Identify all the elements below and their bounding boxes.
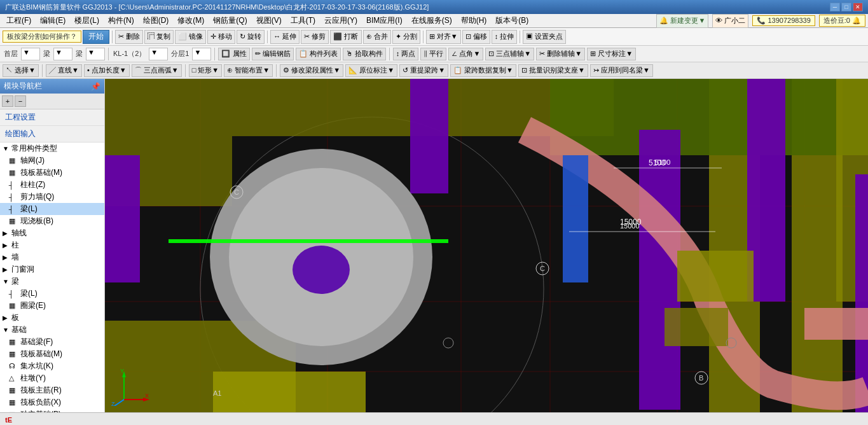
tree-shear-wall[interactable]: ┤ 剪力墙(Q): [0, 191, 104, 203]
delete-aux-button[interactable]: ✂ 删除辅轴▼: [536, 48, 585, 60]
tree-column-category[interactable]: ▶ 柱: [0, 239, 104, 251]
tree-ring-beam[interactable]: ▦ 圈梁(E): [0, 300, 104, 312]
layer-dropdown[interactable]: ▼: [192, 48, 211, 60]
menu-help[interactable]: 帮助(H): [457, 14, 491, 27]
apply-same-name-button[interactable]: ↣ 应用到同名梁▼: [590, 64, 653, 77]
tree-isolated-fnd[interactable]: ▦ 独立基础(P): [0, 408, 104, 412]
project-settings-link[interactable]: 工程设置: [0, 109, 104, 126]
scene-number-5100: 5100: [649, 158, 666, 167]
menu-gang-jin[interactable]: 钢筋量(Q): [209, 14, 251, 27]
tree-beam-l[interactable]: ┤ 梁(L): [0, 288, 104, 300]
tree-raft-main-rebar[interactable]: ▦ 筏板主筋(R): [0, 384, 104, 396]
maximize-button[interactable]: □: [841, 3, 851, 11]
member-type-dropdown[interactable]: ▼: [86, 48, 105, 60]
tree-beam-category[interactable]: ▼ 梁: [0, 275, 104, 288]
tree-slab-category[interactable]: ▶ 板: [0, 312, 104, 324]
start-button[interactable]: 开始: [83, 30, 109, 44]
member-category-dropdown[interactable]: ▼: [53, 48, 72, 60]
drawing-input-link[interactable]: 绘图输入: [0, 126, 104, 143]
kl-dropdown[interactable]: ▼: [149, 48, 168, 60]
stretch-button[interactable]: ↕ 拉伸: [492, 30, 518, 44]
mirror-button[interactable]: ⬜ 镜像: [175, 30, 206, 44]
menu-bian-ji[interactable]: 编辑(E): [36, 14, 69, 27]
svg-point-25: [293, 246, 350, 294]
extend-button[interactable]: ↔ 延伸: [270, 30, 300, 44]
tree-raft-foundation[interactable]: ▦ 筏板基础(M): [0, 348, 104, 360]
svg-rect-28: [804, 308, 868, 340]
tree-foundation-category[interactable]: ▼ 基础: [0, 324, 104, 336]
tree-common-types[interactable]: ▼ 常用构件类型: [0, 143, 104, 155]
sep1: [112, 31, 113, 43]
menu-shi-tu[interactable]: 视图(V): [252, 14, 286, 27]
delete-button[interactable]: ✂ 删除: [115, 30, 143, 44]
tree-raft-foundation-common[interactable]: ▦ 筏板基础(M): [0, 167, 104, 179]
tree-wall-category[interactable]: ▶ 墙: [0, 251, 104, 263]
tree-beam-common[interactable]: ┤ 梁(L): [0, 203, 104, 215]
sidebar-minus-icon[interactable]: −: [15, 95, 26, 107]
sidebar-add-icon[interactable]: +: [2, 95, 13, 107]
point-angle-button[interactable]: ∠ 点角▼: [448, 48, 483, 60]
menu-gong-cheng[interactable]: 工程(F): [3, 14, 35, 27]
menu-gou-jian[interactable]: 构件(N): [104, 14, 138, 27]
menu-bim[interactable]: BIM应用(I): [362, 14, 406, 27]
menu-gong-ju[interactable]: 工具(T): [287, 14, 319, 27]
break-button[interactable]: ⬛ 打断: [330, 30, 361, 44]
copy-span-data-button[interactable]: 📋 梁跨数据复制▼: [450, 64, 516, 77]
tree-foundation-beam[interactable]: ▦ 基础梁(F): [0, 336, 104, 348]
dim-note-button[interactable]: ⊞ 尺寸标注▼: [587, 48, 636, 60]
modify-seg-prop-button[interactable]: ⚙ 修改梁段属性▼: [280, 64, 343, 77]
parallel-button[interactable]: ∥ 平行: [420, 48, 446, 60]
offset-button[interactable]: ⊡ 偏移: [462, 30, 490, 44]
merge-button[interactable]: ⊕ 合并: [363, 30, 391, 44]
svg-rect-22: [855, 174, 868, 412]
menu-lou-ceng[interactable]: 楼层(L): [71, 14, 103, 27]
minimize-button[interactable]: ─: [830, 3, 840, 11]
menu-yun-ying-yong[interactable]: 云应用(Y): [320, 14, 361, 27]
tree-cast-slab[interactable]: ▦ 现浇板(B): [0, 215, 104, 227]
pick-member-button[interactable]: 🖱 拾取构件: [343, 48, 386, 60]
menu-xiu-gai[interactable]: 修改(M): [174, 14, 208, 27]
trim-button[interactable]: ✂ 修剪: [301, 30, 329, 44]
sump-icon: ☊: [9, 362, 19, 370]
toggle-beam-cat: ▼: [3, 278, 11, 285]
move-button[interactable]: ✛ 移动: [207, 30, 235, 44]
copy-button[interactable]: ⿸ 复制: [144, 30, 174, 44]
menu-online[interactable]: 在线服务(S): [408, 14, 456, 27]
new-change-button[interactable]: 🔔 新建变更▼: [656, 14, 708, 28]
select-button[interactable]: ↖ 选择▼: [3, 64, 39, 77]
batch-identify-button[interactable]: ⊡ 批量识别梁支座▼: [518, 64, 588, 77]
line-button[interactable]: ╱ 直线▼: [46, 64, 82, 77]
toggle-column: ▶: [3, 242, 11, 249]
close-button[interactable]: ✕: [853, 3, 863, 11]
rotate-button[interactable]: ↻ 旋转: [237, 30, 265, 44]
original-note-button[interactable]: 📐 原位标注▼: [345, 64, 397, 77]
three-point-aux-button[interactable]: ⊡ 三点辅轴▼: [485, 48, 534, 60]
guang-xiao-er-button[interactable]: 👁 广小二: [712, 14, 748, 28]
tree-column-pier[interactable]: △ 柱墩(Y): [0, 372, 104, 384]
canvas-area[interactable]: 5100 15000 900 2400 3600 4500 C C B A: [105, 79, 868, 412]
kl-label: KL-1（2）: [112, 49, 147, 59]
tree-raft-neg-rebar[interactable]: ▦ 筏板负筋(X): [0, 396, 104, 408]
menu-hui-tu[interactable]: 绘图(D): [139, 14, 173, 27]
member-list-button[interactable]: 📋 构件列表: [296, 48, 341, 60]
tree-sump[interactable]: ☊ 集水坑(K): [0, 360, 104, 372]
two-point-button[interactable]: ↕ 两点: [393, 48, 419, 60]
tree-door-window[interactable]: ▶ 门窗洞: [0, 263, 104, 275]
align-button[interactable]: ⊞ 对齐▼: [426, 30, 461, 44]
property-button[interactable]: 🔲 属性: [218, 48, 249, 60]
svg-rect-16: [550, 79, 868, 155]
split-button[interactable]: ✦ 分割: [392, 30, 420, 44]
rect-button[interactable]: □ 矩形▼: [189, 64, 223, 77]
re-extract-span-button[interactable]: ↺ 重提梁跨▼: [399, 64, 448, 77]
point-length-button[interactable]: • 点加长度▼: [84, 64, 130, 77]
tree-axis[interactable]: ▶ 轴线: [0, 227, 104, 239]
tree-column[interactable]: ┤ 柱柱(Z): [0, 179, 104, 191]
smart-layout-button[interactable]: ⊕ 智能布置▼: [224, 64, 273, 77]
menu-version[interactable]: 版本号(B): [492, 14, 532, 27]
three-point-arc-button[interactable]: ⌒ 三点画弧▼: [132, 64, 182, 77]
sidebar-pin-icon[interactable]: 📌: [91, 82, 100, 91]
set-clamp-button[interactable]: ▣ 设置夹点: [523, 30, 566, 44]
edit-rebar-button[interactable]: ✏ 编辑钢筋: [252, 48, 294, 60]
floor-dropdown[interactable]: ▼: [21, 48, 40, 60]
tree-axis-net[interactable]: ▦ 轴网(J): [0, 155, 104, 167]
